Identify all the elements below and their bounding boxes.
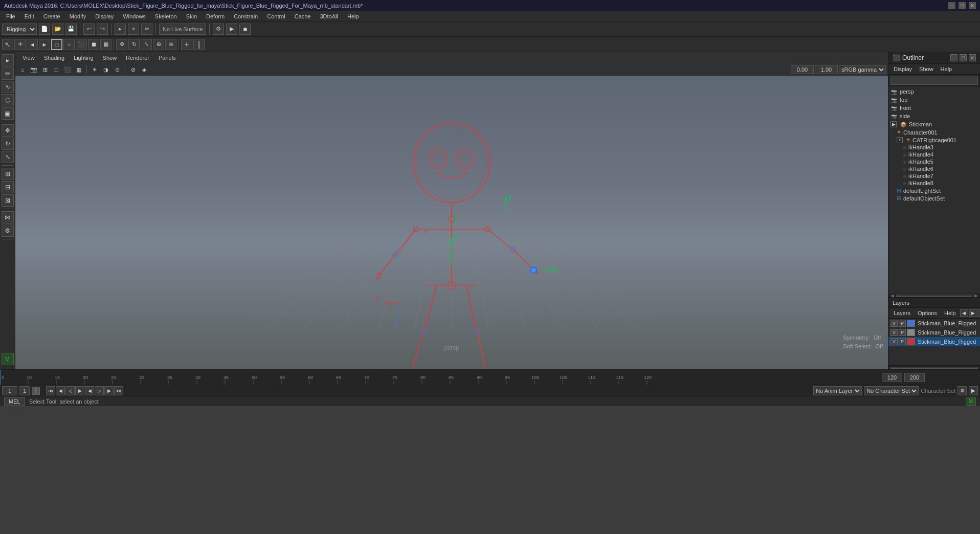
layer-item-2[interactable]: V P Stickman_Blue_Rigged	[888, 328, 980, 337]
layers-menu-help[interactable]: Help	[941, 309, 959, 317]
outliner-menu-display[interactable]: Display	[890, 65, 915, 73]
vt-light[interactable]: ☀	[90, 64, 100, 75]
vp-menu-shading[interactable]: Shading	[40, 54, 69, 62]
scrollbar-track[interactable]	[896, 295, 972, 297]
move-tool[interactable]: ✥	[116, 39, 127, 50]
layer-vis-2[interactable]: V	[890, 329, 898, 336]
bar-btn[interactable]: |	[193, 39, 205, 50]
redo-button[interactable]: ↪	[97, 24, 108, 35]
panel-scrollbar[interactable]: ◀ ▶	[888, 294, 980, 298]
vp-menu-renderer[interactable]: Renderer	[122, 54, 153, 62]
surface-lt[interactable]: ▣	[2, 107, 14, 120]
menu-skeleton[interactable]: Skeleton	[151, 12, 181, 20]
soft-mod[interactable]: ≋	[165, 39, 176, 50]
step-back-btn[interactable]: ◀	[56, 386, 65, 395]
next-key-btn[interactable]: ▷	[95, 386, 104, 395]
vt-ao[interactable]: ⊙	[112, 64, 122, 75]
deform-lt[interactable]: ⋈	[2, 211, 14, 224]
menu-constrain[interactable]: Constrain	[230, 12, 262, 20]
scale-tool[interactable]: ⤡	[141, 39, 152, 50]
layer-back-btn[interactable]: ◀	[960, 309, 968, 317]
outliner-item-ikhandle3[interactable]: ⟐ ikHandle3	[888, 144, 980, 151]
undo-button[interactable]: ↩	[83, 24, 95, 35]
outliner-item-front[interactable]: 📷 front	[888, 104, 980, 112]
layer-add-btn[interactable]: +	[978, 309, 980, 317]
prev-key-btn[interactable]: ◁	[65, 386, 75, 395]
outliner-item-ikhandle8[interactable]: ⟐ ikHandle8	[888, 180, 980, 187]
current-frame-input[interactable]	[2, 386, 17, 395]
paint-tool[interactable]: ✏	[141, 24, 152, 35]
layer-ref-3[interactable]: P	[899, 338, 906, 345]
layer-lt[interactable]: ⊠	[2, 194, 14, 207]
play-btn[interactable]: ▶	[75, 386, 84, 395]
menu-file[interactable]: File	[2, 12, 19, 20]
select-tool[interactable]: ▸	[115, 24, 126, 35]
layers-menu-layers[interactable]: Layers	[890, 309, 914, 317]
play-back-btn[interactable]: ◀	[85, 386, 94, 395]
maximize-button[interactable]: □	[959, 2, 966, 9]
vt-xray[interactable]: ⊘	[128, 64, 138, 75]
layer-item-3[interactable]: V P Stickman_Blue_Rigged	[888, 337, 980, 346]
lasso-tool[interactable]: ⌖	[128, 24, 139, 35]
layout-lt[interactable]: ⊟	[2, 181, 14, 193]
outliner-menu-show[interactable]: Show	[916, 65, 937, 73]
open-button[interactable]: 📂	[52, 24, 63, 35]
menu-cache[interactable]: Cache	[291, 12, 315, 20]
solid-cube[interactable]: ◼	[88, 39, 99, 50]
cross-tool[interactable]: ✛	[14, 39, 26, 50]
vp-menu-view[interactable]: View	[18, 54, 39, 62]
char-set-select[interactable]: No Character Set	[864, 386, 919, 395]
minimize-button[interactable]: ─	[948, 2, 955, 9]
outliner-minimize[interactable]: ─	[950, 54, 957, 61]
outliner-item-character001[interactable]: ✦ Character001	[888, 128, 980, 136]
close-button[interactable]: ✕	[969, 2, 976, 9]
outliner-close[interactable]: ✕	[969, 54, 976, 61]
vt-shadow[interactable]: ◑	[101, 64, 111, 75]
goto-start-btn[interactable]: ⏮	[46, 386, 55, 395]
timeline-end-input[interactable]	[882, 373, 902, 382]
viewport[interactable]: View Shading Lighting Show Renderer Pane…	[15, 52, 888, 369]
outliner-item-ikhandle5[interactable]: ⟐ ikHandle5	[888, 158, 980, 165]
plus-btn[interactable]: +	[181, 39, 192, 50]
field1-input[interactable]	[791, 65, 814, 74]
render-button[interactable]: ▶	[226, 24, 237, 35]
mode-select[interactable]: Rigging	[2, 24, 37, 35]
wire-tool[interactable]: ▦	[100, 39, 112, 50]
goto-end-btn[interactable]: ⏭	[114, 386, 123, 395]
select-lt[interactable]: ▸	[2, 54, 14, 66]
menu-edit[interactable]: Edit	[20, 12, 38, 20]
menu-modify[interactable]: Modify	[65, 12, 90, 20]
outliner-item-objectset[interactable]: ⊞ defaultObjectSet	[888, 194, 980, 202]
outliner-item-persp[interactable]: 📷 persp	[888, 87, 980, 96]
rotate-tool[interactable]: ↻	[128, 39, 140, 50]
outliner-item-lightset[interactable]: ⊞ defaultLightSet	[888, 187, 980, 194]
field2-input[interactable]	[815, 65, 838, 74]
vt-grid[interactable]: ⊞	[40, 64, 50, 75]
outliner-item-ikhandle7[interactable]: ⟐ ikHandle7	[888, 172, 980, 180]
ipr-button[interactable]: ⏺	[239, 24, 251, 35]
rotate-lt[interactable]: ↻	[2, 138, 14, 150]
menu-skin[interactable]: Skin	[182, 12, 201, 20]
move-lt[interactable]: ✥	[2, 124, 14, 137]
outliner-item-ikhandle4[interactable]: ⟐ ikHandle4	[888, 151, 980, 158]
outliner-item-stickman[interactable]: ▶ 📦 Stickman	[888, 120, 980, 128]
menu-windows[interactable]: Windows	[119, 12, 150, 20]
wire-cube[interactable]: ⬛	[76, 39, 87, 50]
layers-scroll-track[interactable]	[890, 367, 978, 369]
layer-vis-3[interactable]: V	[890, 338, 898, 345]
back-arrow[interactable]: ◄	[27, 39, 38, 50]
gamma-select[interactable]: sRGB gamma	[839, 65, 886, 74]
start-frame-input[interactable]	[19, 386, 30, 395]
anim-extra-btn[interactable]: ▶	[969, 386, 978, 395]
layer-fwd-btn[interactable]: ▶	[969, 309, 977, 317]
vp-menu-show[interactable]: Show	[99, 54, 121, 62]
layers-scrollbar[interactable]	[888, 365, 980, 369]
status-mode-button[interactable]: MEL	[4, 397, 25, 406]
render-settings[interactable]: ⚙	[213, 24, 224, 35]
vt-smooth[interactable]: ⬛	[62, 64, 73, 75]
outliner-maximize[interactable]: □	[960, 54, 967, 61]
scale-lt[interactable]: ⤡	[2, 151, 14, 163]
save-button[interactable]: 💾	[65, 24, 77, 35]
vt-wire[interactable]: □	[51, 64, 61, 75]
layer-ref-1[interactable]: P	[899, 320, 906, 327]
